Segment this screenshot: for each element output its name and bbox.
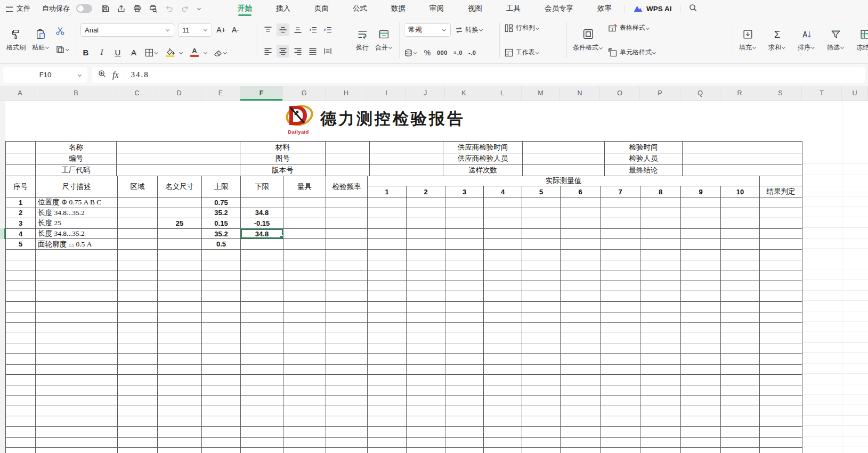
zoom-formula-icon[interactable]: [98, 69, 107, 80]
cell[interactable]: [202, 437, 241, 448]
cell[interactable]: [522, 260, 561, 270]
column-header-L[interactable]: L: [483, 86, 522, 101]
cell[interactable]: [484, 291, 522, 302]
measure-column-7[interactable]: 7: [601, 186, 640, 197]
cell[interactable]: [445, 364, 484, 375]
cell-lower[interactable]: [241, 239, 283, 250]
cell[interactable]: [484, 301, 522, 312]
cell[interactable]: [6, 437, 36, 448]
align-center-icon[interactable]: [277, 45, 289, 57]
paste-button[interactable]: 粘贴: [30, 28, 51, 53]
cell[interactable]: [202, 270, 241, 281]
cell[interactable]: [118, 375, 158, 385]
cell[interactable]: [760, 281, 802, 291]
cell-measure[interactable]: [561, 228, 601, 239]
quick-access-more-icon[interactable]: [197, 6, 201, 11]
cell[interactable]: [681, 427, 721, 438]
cell[interactable]: [681, 385, 721, 396]
cell-desc[interactable]: 长度 25: [36, 218, 118, 229]
cell[interactable]: [368, 270, 407, 281]
cell-freq[interactable]: [326, 228, 368, 239]
cell[interactable]: [407, 291, 445, 302]
cell[interactable]: [36, 416, 118, 427]
cell-measure[interactable]: [681, 239, 721, 250]
cell[interactable]: [241, 364, 283, 375]
cell[interactable]: [118, 406, 158, 416]
cell[interactable]: [283, 333, 326, 343]
cell-gauge[interactable]: [283, 228, 326, 239]
cell[interactable]: [760, 312, 802, 323]
font-family-select[interactable]: Arial: [80, 23, 174, 37]
table-header-名义尺寸[interactable]: 名义尺寸: [158, 176, 202, 197]
measure-column-2[interactable]: 2: [407, 186, 445, 197]
cell[interactable]: [561, 249, 601, 260]
cell[interactable]: [6, 312, 36, 323]
cell-measure[interactable]: [601, 197, 640, 208]
column-header-P[interactable]: P: [640, 86, 680, 101]
cell[interactable]: [522, 301, 561, 312]
cell[interactable]: [158, 249, 202, 260]
cell-gauge[interactable]: [283, 197, 326, 208]
cell[interactable]: [640, 343, 681, 354]
cell[interactable]: [601, 260, 640, 270]
cell[interactable]: [241, 437, 283, 448]
row-gutter[interactable]: [0, 101, 5, 453]
cell[interactable]: [36, 323, 118, 333]
cell[interactable]: [202, 333, 241, 343]
cell[interactable]: [36, 385, 118, 396]
cell-measure[interactable]: [721, 228, 760, 239]
column-header-M[interactable]: M: [522, 86, 560, 101]
cell[interactable]: [640, 437, 681, 448]
tab-会员专享[interactable]: 会员专享: [545, 0, 573, 17]
cell[interactable]: [721, 416, 760, 427]
cell-measure[interactable]: [721, 197, 760, 208]
select-all-corner[interactable]: [0, 86, 5, 101]
cell[interactable]: [283, 364, 326, 375]
cell[interactable]: [368, 364, 407, 375]
info-label-cell[interactable]: 供应商检验时间: [443, 142, 523, 153]
cell[interactable]: [445, 270, 484, 281]
cell[interactable]: [760, 353, 802, 364]
sum-button[interactable]: Σ 求和: [767, 28, 788, 53]
cell[interactable]: [407, 312, 445, 323]
cell[interactable]: [445, 396, 484, 406]
info-value-cell[interactable]: [683, 142, 802, 153]
measure-column-10[interactable]: 10: [721, 186, 760, 197]
cell[interactable]: [283, 416, 326, 427]
cell[interactable]: [202, 260, 241, 270]
tab-工具[interactable]: 工具: [506, 0, 521, 17]
cell[interactable]: [283, 385, 326, 396]
cell[interactable]: [36, 437, 118, 448]
cell[interactable]: [681, 343, 721, 354]
cell[interactable]: [640, 260, 681, 270]
cell-lower[interactable]: 34.8: [241, 208, 283, 218]
cell[interactable]: [681, 375, 721, 385]
italic-button[interactable]: I: [96, 48, 107, 57]
info-value-cell[interactable]: [370, 164, 443, 176]
cell[interactable]: [283, 448, 326, 453]
cell[interactable]: [6, 333, 36, 343]
cell[interactable]: [283, 406, 326, 416]
cell[interactable]: [601, 343, 640, 354]
cell[interactable]: [158, 281, 202, 291]
cell[interactable]: [681, 448, 721, 453]
cell[interactable]: [6, 416, 36, 427]
cell[interactable]: [601, 396, 640, 406]
cell[interactable]: [6, 249, 36, 260]
cell[interactable]: [561, 406, 601, 416]
table-header-检验频率[interactable]: 检验频率: [326, 176, 368, 197]
cell[interactable]: [368, 416, 407, 427]
cell[interactable]: [326, 333, 368, 343]
tab-效率[interactable]: 效率: [597, 0, 612, 17]
cell[interactable]: [326, 270, 368, 281]
cell[interactable]: [601, 375, 640, 385]
align-bottom-icon[interactable]: [291, 23, 304, 36]
cell-measure[interactable]: [368, 228, 407, 239]
wrap-text-button[interactable]: 换行: [354, 28, 370, 53]
cell-result[interactable]: [760, 228, 802, 239]
cell[interactable]: [326, 301, 368, 312]
cell[interactable]: [561, 343, 601, 354]
cell-desc[interactable]: 长度 34.8...35.2: [36, 208, 118, 218]
export-icon[interactable]: [117, 4, 126, 13]
tab-视图[interactable]: 视图: [468, 0, 482, 17]
